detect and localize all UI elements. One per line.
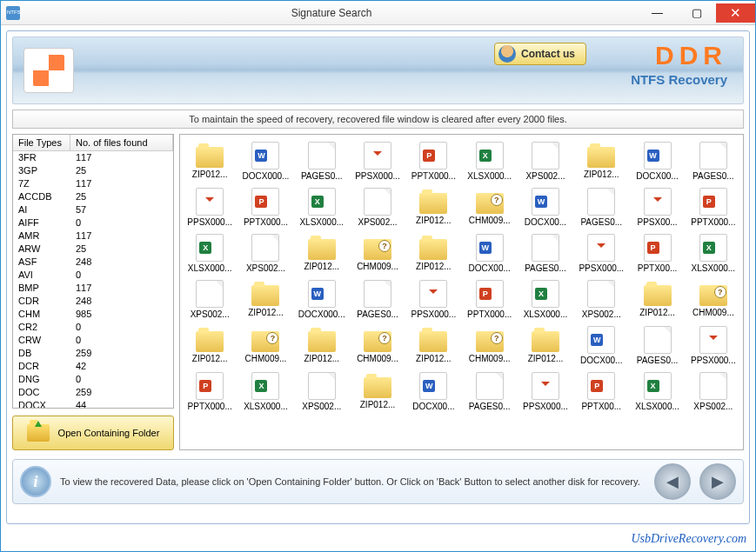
table-row[interactable]: DOC259	[13, 386, 173, 399]
table-row[interactable]: 3GP25	[13, 164, 173, 177]
file-item[interactable]: DOCX000...	[238, 138, 293, 184]
file-item[interactable]: PPTX000...	[405, 138, 461, 184]
file-item[interactable]: PPSX000...	[573, 230, 629, 276]
file-item[interactable]: XPS002...	[518, 138, 573, 184]
table-row[interactable]: DNG0	[13, 373, 173, 386]
table-row[interactable]: DCR42	[13, 360, 173, 373]
table-row[interactable]: BMP117	[13, 282, 173, 295]
chm-file-icon	[476, 331, 504, 352]
file-item[interactable]: PPTX000...	[182, 369, 238, 415]
table-row[interactable]: AI57	[13, 203, 173, 216]
blank-file-icon	[364, 188, 391, 216]
file-item[interactable]: PPSX000...	[350, 138, 405, 184]
blank-file-icon	[532, 234, 559, 262]
file-item[interactable]: ZIP012...	[182, 323, 238, 369]
close-button[interactable]: ✕	[716, 3, 755, 23]
file-item[interactable]: PAGES0...	[573, 184, 629, 230]
footer: i To view the recovered Data, please cli…	[12, 459, 744, 504]
table-row[interactable]: DB259	[13, 347, 173, 360]
file-types-table[interactable]: File Types No. of files found 3FR1173GP2…	[12, 134, 174, 409]
file-item[interactable]: XPS002...	[294, 369, 350, 415]
table-row[interactable]: CR20	[13, 321, 173, 334]
file-item[interactable]: ZIP012...	[294, 230, 350, 276]
file-label: XLSX000...	[299, 217, 344, 227]
file-item[interactable]: ZIP012...	[182, 138, 238, 184]
file-item[interactable]: DOCX00...	[573, 323, 629, 369]
next-button[interactable]: ▶	[699, 463, 736, 500]
file-item[interactable]: CHM009...	[462, 184, 518, 230]
file-item[interactable]: ZIP012...	[573, 138, 629, 184]
file-item[interactable]: XPS002...	[573, 276, 629, 323]
file-browser[interactable]: ZIP012...DOCX000...PAGES0...PPSX000...PP…	[179, 134, 744, 450]
file-item[interactable]: PPSX000...	[182, 184, 238, 230]
file-item[interactable]: XLSX000...	[686, 230, 741, 276]
file-item[interactable]: PPTX000...	[686, 184, 741, 230]
file-item[interactable]: PPTX00...	[573, 369, 629, 415]
file-item[interactable]: ZIP012...	[350, 369, 405, 415]
col-files-found[interactable]: No. of files found	[70, 135, 173, 150]
file-item[interactable]: DOCX00...	[518, 184, 573, 230]
file-item[interactable]: XPS002...	[686, 369, 741, 415]
file-item[interactable]: CHM009...	[238, 323, 293, 369]
file-item[interactable]: DOCX00...	[405, 369, 461, 415]
file-item[interactable]: ZIP012...	[405, 323, 461, 369]
file-item[interactable]: PPTX00...	[629, 230, 685, 276]
file-item[interactable]: ZIP012...	[238, 276, 293, 323]
file-item[interactable]: XLSX000...	[462, 138, 518, 184]
table-row[interactable]: AMR117	[13, 229, 173, 243]
file-item[interactable]: PPSX000...	[686, 323, 741, 369]
file-item[interactable]: ZIP012...	[518, 323, 573, 369]
contact-us-button[interactable]: Contact us	[494, 43, 586, 65]
file-item[interactable]: CHM009...	[350, 230, 405, 276]
file-item[interactable]: PPSX000...	[405, 276, 461, 323]
file-item[interactable]: XPS002...	[238, 230, 293, 276]
file-type-cell: DOC	[13, 386, 70, 399]
open-containing-folder-button[interactable]: Open Containing Folder	[12, 416, 174, 450]
file-item[interactable]: XLSX000...	[182, 230, 238, 276]
maximize-button[interactable]: ▢	[677, 3, 716, 23]
table-row[interactable]: 7Z117	[13, 177, 173, 190]
file-item[interactable]: XLSX000...	[238, 369, 293, 415]
file-item[interactable]: CHM009...	[462, 323, 518, 369]
file-item[interactable]: PAGES0...	[629, 323, 685, 369]
file-item[interactable]: ZIP012...	[294, 323, 350, 369]
file-item[interactable]: PPTX000...	[462, 276, 518, 323]
file-item[interactable]: PAGES0...	[686, 138, 741, 184]
table-row[interactable]: 3FR117	[13, 151, 173, 164]
table-row[interactable]: ACCDB25	[13, 190, 173, 203]
window-title: Signature Search	[25, 7, 638, 19]
file-item[interactable]: XPS002...	[350, 184, 405, 230]
table-row[interactable]: AVI0	[13, 269, 173, 282]
file-item[interactable]: ZIP012...	[629, 276, 685, 323]
table-row[interactable]: CDR248	[13, 295, 173, 308]
table-row[interactable]: CHM985	[13, 308, 173, 321]
file-item[interactable]: DOCX000...	[294, 276, 350, 323]
back-button[interactable]: ◀	[654, 463, 691, 500]
minimize-button[interactable]: ―	[638, 3, 677, 23]
table-row[interactable]: ASF248	[13, 256, 173, 269]
file-item[interactable]: XLSX000...	[518, 276, 573, 323]
table-row[interactable]: AIFF0	[13, 216, 173, 229]
file-item[interactable]: XPS002...	[182, 276, 238, 323]
col-file-types[interactable]: File Types	[13, 135, 70, 150]
file-item[interactable]: PPSX000...	[518, 369, 573, 415]
table-row[interactable]: DOCX44	[13, 399, 173, 409]
file-item[interactable]: PAGES0...	[462, 369, 518, 415]
file-item[interactable]: ZIP012...	[405, 184, 461, 230]
file-item[interactable]: DOCX00...	[629, 138, 685, 184]
file-item[interactable]: XLSX000...	[629, 369, 685, 415]
file-item[interactable]: PPTX000...	[238, 184, 293, 230]
blank-file-icon	[587, 188, 615, 216]
file-item[interactable]: PAGES0...	[350, 276, 405, 323]
file-item[interactable]: DOCX00...	[462, 230, 518, 276]
xlsx-file-icon	[532, 280, 559, 308]
file-item[interactable]: PAGES0...	[518, 230, 573, 276]
file-item[interactable]: CHM009...	[686, 276, 741, 323]
file-item[interactable]: PAGES0...	[294, 138, 350, 184]
table-row[interactable]: CRW0	[13, 334, 173, 347]
file-item[interactable]: PPSX00...	[629, 184, 685, 230]
table-row[interactable]: ARW25	[13, 243, 173, 256]
file-item[interactable]: ZIP012...	[405, 230, 461, 276]
file-item[interactable]: XLSX000...	[294, 184, 350, 230]
file-item[interactable]: CHM009...	[350, 323, 405, 369]
